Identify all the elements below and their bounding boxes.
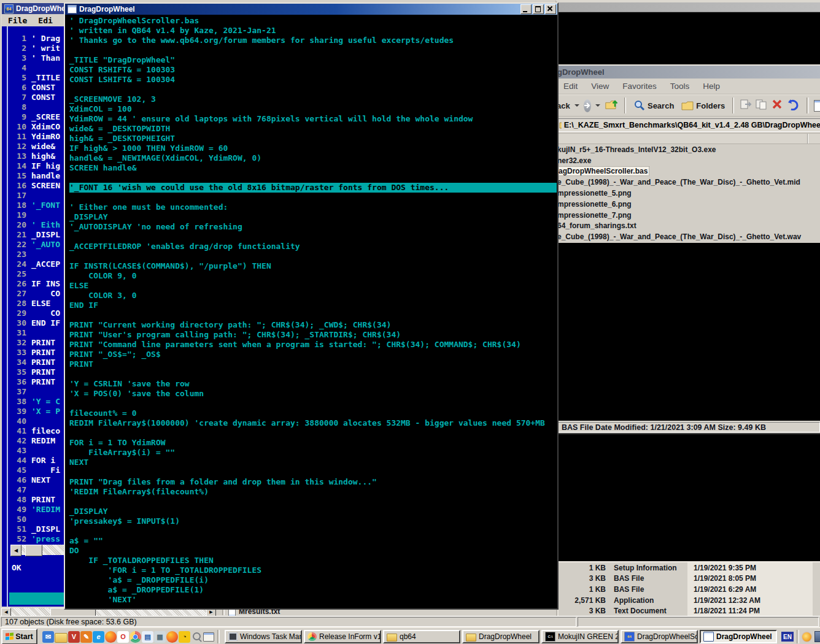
opera-icon[interactable]: O (117, 631, 129, 643)
console-output[interactable]: ' DragDropWheelScroller.bas' written in … (65, 15, 557, 608)
internet-explorer-icon[interactable]: e (93, 631, 104, 643)
device-icon[interactable]: ▦ (154, 631, 166, 643)
show-desktop-icon[interactable] (203, 632, 214, 642)
back-button[interactable]: ack (557, 101, 570, 110)
file-name[interactable]: mpressionette_6.png (557, 200, 632, 209)
list-column-header[interactable] (555, 134, 820, 144)
code-text: PRINT (31, 495, 55, 505)
file-row[interactable]: mpressionette_5.png (555, 188, 820, 199)
folders-button[interactable]: Folders (679, 99, 727, 112)
delete-button[interactable] (771, 99, 783, 112)
copy-to-button[interactable] (755, 99, 768, 112)
line-number: 26 (15, 279, 26, 289)
file-row[interactable]: 64_forum_sharings.txt (555, 221, 820, 232)
file-row[interactable]: mpressionette_7.png (555, 210, 820, 221)
file-name[interactable]: mpressionette_7.png (557, 211, 632, 220)
line-number: 24 (15, 259, 26, 269)
file-row[interactable]: mpressionette_6.png (555, 199, 820, 210)
console-line: 'FOR i = 1 TO _TOTALDROPPEDFILES (69, 565, 557, 575)
table-row[interactable]: 3 KBBAS File1/19/2021 8:05 PM (559, 573, 820, 585)
console-line: COLOR 3, 0 (69, 291, 557, 301)
menu-edit[interactable]: Edi (38, 16, 52, 25)
file-name[interactable]: agDropWheelScroller.bas (557, 167, 649, 175)
back-dropdown-icon[interactable] (574, 104, 579, 107)
move-to-button[interactable] (739, 99, 752, 112)
folder-open-icon (387, 634, 397, 642)
table-row[interactable]: 2,571 KBApplication1/19/2021 12:32 AM (559, 595, 820, 606)
line-number: 45 (15, 466, 26, 475)
undo-button[interactable] (786, 99, 799, 113)
file-row[interactable]: e_Cube_(1998)_-_War_and_Peace_(The_War_D… (555, 231, 820, 242)
views-button-partial[interactable] (814, 100, 820, 112)
forward-dropdown-icon[interactable] (595, 104, 600, 107)
clock-app-icon[interactable]: ◔ (179, 631, 190, 643)
firefox-2-icon[interactable] (166, 631, 178, 643)
search-icon[interactable] (191, 631, 203, 643)
taskbar-button[interactable]: 64DragDropWheelScr... (621, 630, 698, 643)
file-name[interactable]: mpressionette_5.png (557, 189, 632, 197)
tray-device-icon[interactable] (814, 631, 820, 642)
restore-button[interactable] (533, 4, 544, 14)
file-row[interactable]: agDropWheelScroller.bas (555, 166, 820, 177)
scroll-left-icon[interactable]: ◀ (10, 545, 21, 556)
file-name[interactable]: e_Cube_(1998)_-_War_and_Peace_(The_War_D… (557, 178, 800, 186)
menu-item-edit[interactable]: Edit (563, 82, 578, 91)
start-button[interactable]: Start (1, 629, 37, 644)
line-number: 36 (15, 377, 26, 387)
taskbar-button[interactable]: Release InForm v1.2... (304, 630, 381, 643)
console-titlebar[interactable]: DragDropWheel (65, 4, 557, 15)
table-row[interactable]: 1 KBBAS File1/19/2021 6:29 AM (559, 584, 820, 595)
file-row[interactable]: e_Cube_(1998)_-_War_and_Peace_(The_War_D… (555, 177, 820, 188)
file-name[interactable]: 64_forum_sharings.txt (557, 221, 636, 230)
notepad-app-icon[interactable]: ▤ (142, 631, 153, 643)
menu-item-tools[interactable]: Tools (670, 82, 690, 91)
firefox-icon[interactable] (105, 631, 117, 643)
code-text: fileco (31, 426, 60, 436)
menu-item-help[interactable]: Help (703, 82, 720, 91)
table-row[interactable]: 3 KBText Document1/18/2021 11:24 PM (559, 605, 820, 616)
code-text: XdimCO (31, 122, 60, 132)
explorer-statusbar: BAS File Date Modified: 1/21/2021 3:09 A… (555, 421, 820, 433)
line-number: 4 (15, 63, 26, 73)
console-line: PRINT "Current working directory path: "… (69, 320, 557, 330)
toolbar-separator (732, 98, 734, 113)
taskbar-button[interactable]: Windows Task Man... (225, 630, 302, 643)
menu-item-favorites[interactable]: Favorites (622, 82, 657, 91)
scrollbar-thumb[interactable] (25, 545, 42, 556)
menu-item-view[interactable]: View (591, 82, 609, 91)
mail-icon[interactable]: ✉ (42, 631, 54, 643)
file-date: 1/19/2021 8:05 PM (687, 573, 813, 585)
console-line: FOR i = 1 TO YdimROW (69, 438, 557, 448)
taskbar-button-label: MokujIN GREEN 21... (558, 632, 619, 641)
address-input[interactable]: E:\_KAZE_Smxrt_Benchmarks\QB64_kit_v1.4_… (557, 118, 820, 132)
table-row[interactable]: 1 KBSetup Information1/19/2021 9:35 PM (559, 562, 820, 573)
divider (217, 630, 220, 643)
file-row[interactable]: kujIN_r5+_16-Threads_IntelV12_32bit_O3.e… (555, 144, 820, 155)
taskbar-button[interactable]: DragDropWheel (700, 630, 777, 643)
minimize-button[interactable] (520, 4, 532, 14)
tray-sun-icon[interactable] (802, 632, 811, 642)
paint-tool-icon[interactable]: ✎ (80, 631, 92, 643)
explorer-titlebar[interactable]: gDropWheel (555, 66, 820, 79)
forward-button[interactable] (584, 99, 591, 112)
file-row[interactable]: ner32.exe (555, 155, 820, 166)
console-line: CONST RSHIFT& = 100303 (69, 65, 557, 75)
language-indicator[interactable]: EN (781, 632, 794, 642)
line-number: 30 (15, 318, 26, 328)
chrome-icon[interactable] (130, 631, 141, 643)
file-name[interactable]: e_Cube_(1998)_-_War_and_Peace_(The_War_D… (557, 232, 801, 241)
taskbar-button[interactable]: qb64 (383, 630, 460, 643)
up-folder-button[interactable] (605, 98, 619, 113)
taskbar-button[interactable]: C:\MokujIN GREEN 21... (541, 630, 619, 643)
folder-icon[interactable] (55, 633, 68, 643)
file-name[interactable]: ner32.exe (557, 156, 591, 165)
console-line: _SCREENMOVE 102, 3 (69, 94, 557, 104)
file-name[interactable]: kujIN_r5+_16-Threads_IntelV12_32bit_O3.e… (557, 145, 716, 154)
close-button[interactable] (545, 4, 556, 14)
line-number: 41 (15, 426, 26, 436)
console-line: '_FONT 16 'wish we could use the old 8x1… (69, 183, 557, 193)
menu-file[interactable]: File (8, 16, 27, 25)
search-button[interactable]: Search (631, 99, 676, 112)
v-app-icon[interactable]: V (68, 631, 80, 643)
taskbar-button[interactable]: DragDropWheel (462, 630, 540, 643)
